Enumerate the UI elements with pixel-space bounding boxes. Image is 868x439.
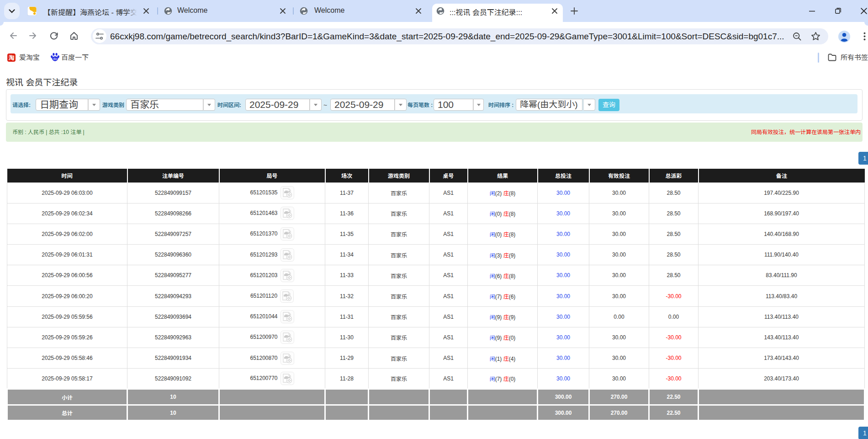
svg-text:du: du [53, 57, 57, 61]
